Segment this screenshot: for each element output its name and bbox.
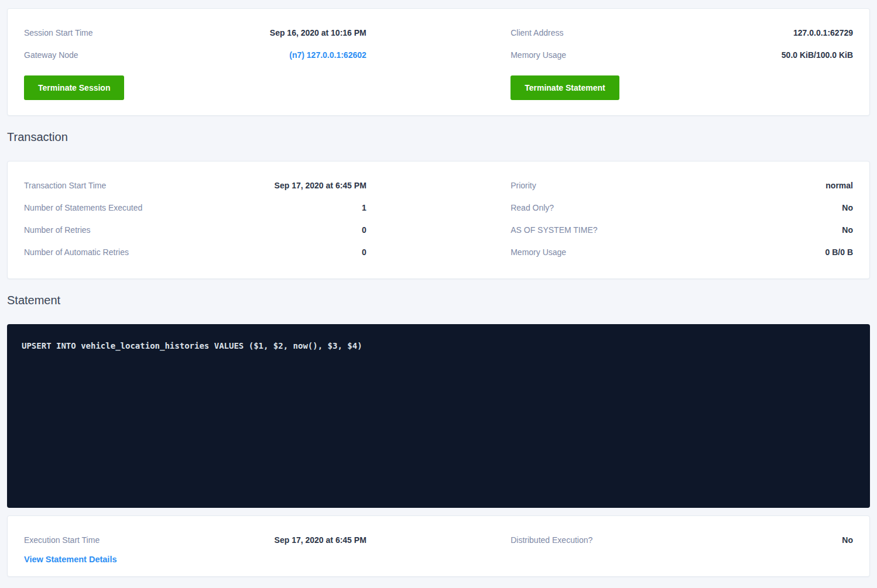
transaction-start-time-row: Transaction Start Time Sep 17, 2020 at 6… [24,174,366,197]
transaction-section-heading: Transaction [7,130,870,144]
automatic-retries-value: 0 [362,247,366,257]
session-memory-usage-row: Memory Usage 50.0 KiB/100.0 KiB [511,44,853,66]
execution-left-column: Execution Start Time Sep 17, 2020 at 6:4… [24,529,366,565]
statement-section-heading: Statement [7,294,870,307]
distributed-execution-row: Distributed Execution? No [511,529,853,551]
session-summary-left-column: Session Start Time Sep 16, 2020 at 10:16… [24,22,366,100]
retries-row: Number of Retries 0 [24,219,366,241]
transaction-start-time-value: Sep 17, 2020 at 6:45 PM [275,181,366,190]
statement-sql-box: UPSERT INTO vehicle_location_histories V… [7,324,870,508]
session-start-time-label: Session Start Time [24,28,93,37]
session-memory-usage-label: Memory Usage [511,50,566,60]
read-only-label: Read Only? [511,203,554,212]
gateway-node-row: Gateway Node (n7) 127.0.0.1:62602 [24,44,366,66]
execution-start-time-label: Execution Start Time [24,535,100,545]
transaction-left-column: Transaction Start Time Sep 17, 2020 at 6… [24,174,366,263]
execution-start-time-row: Execution Start Time Sep 17, 2020 at 6:4… [24,529,366,551]
client-address-value: 127.0.0.1:62729 [793,28,853,37]
transaction-memory-usage-value: 0 B/0 B [825,247,853,257]
distributed-execution-value: No [842,535,853,545]
gateway-node-label: Gateway Node [24,50,78,60]
transaction-right-column: Priority normal Read Only? No AS OF SYST… [511,174,853,263]
terminate-session-button[interactable]: Terminate Session [24,75,124,100]
session-memory-usage-value: 50.0 KiB/100.0 KiB [782,50,853,60]
session-start-time-row: Session Start Time Sep 16, 2020 at 10:16… [24,22,366,44]
priority-label: Priority [511,181,536,190]
execution-right-column: Distributed Execution? No [511,529,853,565]
automatic-retries-label: Number of Automatic Retries [24,247,129,257]
priority-row: Priority normal [511,174,853,197]
transaction-memory-usage-row: Memory Usage 0 B/0 B [511,241,853,263]
statements-executed-row: Number of Statements Executed 1 [24,197,366,219]
statements-executed-value: 1 [362,203,366,212]
priority-value: normal [825,181,853,190]
automatic-retries-row: Number of Automatic Retries 0 [24,241,366,263]
execution-start-time-value: Sep 17, 2020 at 6:45 PM [275,535,366,545]
as-of-system-time-label: AS OF SYSTEM TIME? [511,225,597,235]
distributed-execution-label: Distributed Execution? [511,535,592,545]
as-of-system-time-row: AS OF SYSTEM TIME? No [511,219,853,241]
read-only-value: No [842,203,853,212]
session-start-time-value: Sep 16, 2020 at 10:16 PM [270,28,366,37]
transaction-memory-usage-label: Memory Usage [511,247,566,257]
session-details-page: Session Start Time Sep 16, 2020 at 10:16… [0,0,877,583]
statement-sql-text: UPSERT INTO vehicle_location_histories V… [22,340,855,352]
session-summary-right-column: Client Address 127.0.0.1:62729 Memory Us… [511,22,853,100]
statements-executed-label: Number of Statements Executed [24,203,142,212]
gateway-node-link[interactable]: (n7) 127.0.0.1:62602 [289,50,366,60]
view-statement-details-link[interactable]: View Statement Details [24,555,117,564]
read-only-row: Read Only? No [511,197,853,219]
session-summary-card: Session Start Time Sep 16, 2020 at 10:16… [7,8,870,116]
transaction-card: Transaction Start Time Sep 17, 2020 at 6… [7,161,870,279]
terminate-statement-button[interactable]: Terminate Statement [511,75,619,100]
as-of-system-time-value: No [842,225,853,235]
execution-details-card: Execution Start Time Sep 17, 2020 at 6:4… [7,515,870,577]
retries-label: Number of Retries [24,225,91,235]
transaction-start-time-label: Transaction Start Time [24,181,106,190]
client-address-label: Client Address [511,28,563,37]
client-address-row: Client Address 127.0.0.1:62729 [511,22,853,44]
retries-value: 0 [362,225,366,235]
